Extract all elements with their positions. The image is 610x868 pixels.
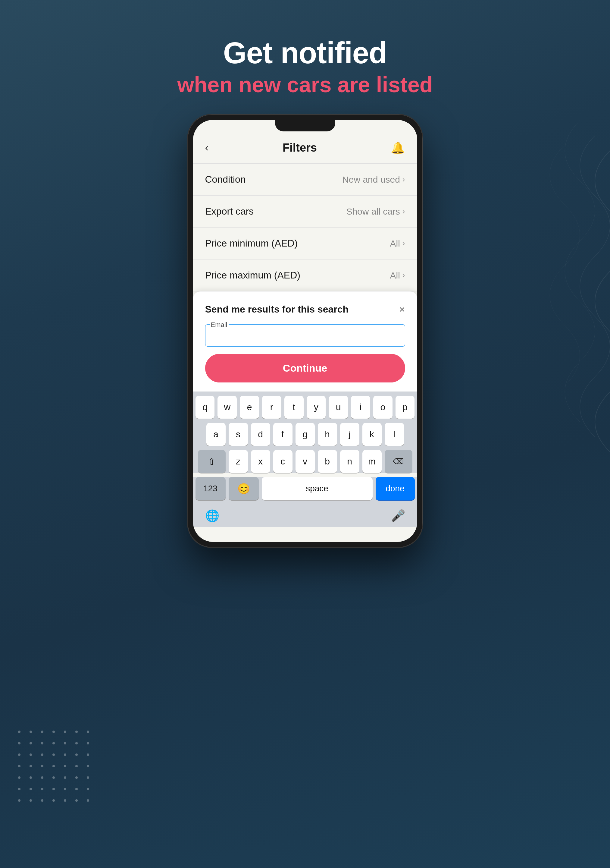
chevron-right-icon: › xyxy=(403,175,405,184)
key-v[interactable]: v xyxy=(296,450,315,473)
key-n[interactable]: n xyxy=(340,450,359,473)
key-f[interactable]: f xyxy=(273,423,293,446)
shift-key[interactable]: ⇧ xyxy=(198,450,226,473)
key-g[interactable]: g xyxy=(296,423,315,446)
dot-grid-decoration xyxy=(18,730,95,808)
num-key[interactable]: 123 xyxy=(195,477,226,500)
key-z[interactable]: z xyxy=(229,450,248,473)
phone-outer-frame: ‹ Filters 🔔 Condition New and used › Exp… xyxy=(188,115,423,547)
keyboard-row-2: a s d f g h j k l xyxy=(195,423,415,446)
key-k[interactable]: k xyxy=(362,423,382,446)
phone-mockup: ‹ Filters 🔔 Condition New and used › Exp… xyxy=(188,115,423,547)
keyboard: q w e r t y u i o p a s xyxy=(193,392,417,473)
price-max-value: All › xyxy=(390,270,405,281)
phone-screen: ‹ Filters 🔔 Condition New and used › Exp… xyxy=(193,120,417,542)
key-s[interactable]: s xyxy=(229,423,248,446)
filter-row-price-min[interactable]: Price minimum (AED) All › xyxy=(193,228,417,259)
key-o[interactable]: o xyxy=(373,396,393,418)
filter-row-price-max[interactable]: Price maximum (AED) All › xyxy=(193,259,417,291)
modal-title: Send me results for this search xyxy=(205,304,349,315)
chevron-right-icon-3: › xyxy=(403,239,405,248)
keyboard-system-bar: 🌐 🎤 xyxy=(193,504,417,527)
key-h[interactable]: h xyxy=(318,423,337,446)
key-e[interactable]: e xyxy=(240,396,259,418)
key-w[interactable]: w xyxy=(217,396,237,418)
keyboard-bottom-row: 123 😊 space done xyxy=(193,477,417,504)
space-key[interactable]: space xyxy=(262,477,373,500)
keyboard-row-3: ⇧ z x c v b n m ⌫ xyxy=(195,450,415,473)
key-l[interactable]: l xyxy=(385,423,404,446)
key-p[interactable]: p xyxy=(396,396,415,418)
notification-bell-icon[interactable]: 🔔 xyxy=(391,141,405,154)
export-cars-label: Export cars xyxy=(205,206,254,217)
modal-close-button[interactable]: × xyxy=(399,304,405,315)
key-i[interactable]: i xyxy=(351,396,370,418)
filters-screen-title: Filters xyxy=(283,141,317,154)
globe-icon[interactable]: 🌐 xyxy=(205,509,219,522)
key-t[interactable]: t xyxy=(284,396,303,418)
key-j[interactable]: j xyxy=(340,423,359,446)
key-m[interactable]: m xyxy=(362,450,382,473)
key-c[interactable]: c xyxy=(273,450,293,473)
key-b[interactable]: b xyxy=(318,450,337,473)
email-alert-modal: Send me results for this search × Email … xyxy=(193,291,417,392)
delete-key[interactable]: ⌫ xyxy=(385,450,412,473)
email-input-label: Email xyxy=(210,321,229,329)
price-max-label: Price maximum (AED) xyxy=(205,270,300,281)
condition-value: New and used › xyxy=(342,175,405,185)
header-section: Get notified when new cars are listed xyxy=(0,36,610,97)
key-r[interactable]: r xyxy=(262,396,281,418)
price-min-value: All › xyxy=(390,239,405,249)
page-subtitle: when new cars are listed xyxy=(0,72,610,97)
chevron-right-icon-2: › xyxy=(403,207,405,216)
modal-header: Send me results for this search × xyxy=(205,304,405,315)
price-min-label: Price minimum (AED) xyxy=(205,238,298,249)
key-x[interactable]: x xyxy=(251,450,270,473)
chevron-right-icon-4: › xyxy=(403,271,405,280)
condition-label: Condition xyxy=(205,174,246,185)
continue-button[interactable]: Continue xyxy=(205,354,405,383)
email-input[interactable] xyxy=(211,329,399,342)
key-a[interactable]: a xyxy=(206,423,226,446)
page-title: Get notified xyxy=(0,36,610,69)
done-key[interactable]: done xyxy=(376,477,415,500)
key-y[interactable]: y xyxy=(307,396,326,418)
filter-row-export[interactable]: Export cars Show all cars › xyxy=(193,195,417,228)
email-input-wrapper[interactable]: Email xyxy=(205,324,405,347)
back-button[interactable]: ‹ xyxy=(205,141,209,154)
export-cars-value: Show all cars › xyxy=(346,206,405,217)
filter-row-condition[interactable]: Condition New and used › xyxy=(193,164,417,195)
wave-decoration xyxy=(459,121,610,482)
keyboard-row-1: q w e r t y u i o p xyxy=(195,396,415,418)
microphone-icon[interactable]: 🎤 xyxy=(391,509,405,522)
phone-notch xyxy=(275,120,335,132)
key-d[interactable]: d xyxy=(251,423,270,446)
app-screen: ‹ Filters 🔔 Condition New and used › Exp… xyxy=(193,120,417,542)
key-u[interactable]: u xyxy=(329,396,348,418)
emoji-key[interactable]: 😊 xyxy=(229,477,259,500)
key-q[interactable]: q xyxy=(195,396,215,418)
